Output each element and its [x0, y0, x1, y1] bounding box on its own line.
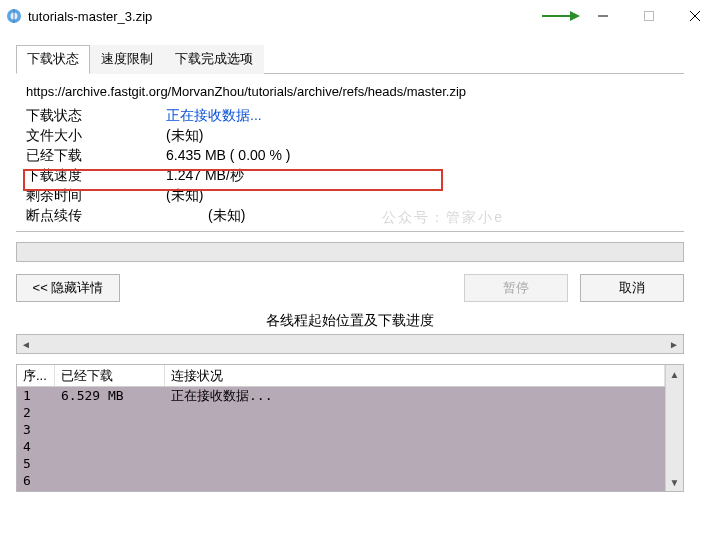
scroll-up-icon[interactable]: ▲ — [666, 365, 683, 383]
cell-index: 1 — [17, 388, 55, 403]
table-row[interactable]: 3 — [17, 421, 665, 438]
progress-bar — [16, 242, 684, 262]
table-row[interactable]: 4 — [17, 438, 665, 455]
window-controls — [580, 0, 718, 32]
download-info-panel: https://archive.fastgit.org/MorvanZhou/t… — [16, 74, 684, 232]
titlebar: tutorials-master_3.zip — [0, 0, 718, 32]
maximize-button[interactable] — [626, 0, 672, 32]
cancel-button[interactable]: 取消 — [580, 274, 684, 302]
pause-button[interactable]: 暂停 — [464, 274, 568, 302]
thread-scroll-right-icon[interactable]: ► — [665, 335, 683, 353]
status-label: 下载状态 — [26, 105, 166, 125]
minimize-button[interactable] — [580, 0, 626, 32]
thread-scroll-left-icon[interactable]: ◄ — [17, 335, 35, 353]
arrow-right-icon — [540, 10, 580, 22]
close-button[interactable] — [672, 0, 718, 32]
speed-label: 下载速度 — [26, 165, 166, 185]
app-icon — [6, 8, 22, 24]
th-status[interactable]: 连接状况 — [165, 365, 665, 386]
tab-bar: 下载状态 速度限制 下载完成选项 — [16, 44, 684, 74]
thread-table: 序... 已经下载 连接状况 16.529 MB正在接收数据...23456 — [17, 365, 665, 491]
cell-index: 5 — [17, 456, 55, 471]
speed-value: 1.247 MB/秒 — [166, 165, 244, 185]
cell-index: 2 — [17, 405, 55, 420]
downloaded-value: 6.435 MB ( 0.00 % ) — [166, 145, 291, 165]
window-title: tutorials-master_3.zip — [28, 9, 152, 24]
watermark-text: 公众号：管家小e — [382, 209, 504, 227]
scroll-thumb[interactable] — [666, 383, 683, 473]
cell-status: 正在接收数据... — [165, 387, 665, 405]
tab-download-status[interactable]: 下载状态 — [16, 45, 90, 74]
svg-rect-5 — [645, 12, 654, 21]
threads-section-label: 各线程起始位置及下载进度 — [16, 312, 684, 330]
tab-speed-limit[interactable]: 速度限制 — [90, 45, 164, 74]
remaining-value: (未知) — [166, 185, 203, 205]
resume-value: (未知) — [166, 205, 245, 225]
filesize-label: 文件大小 — [26, 125, 166, 145]
th-index[interactable]: 序... — [17, 365, 55, 386]
svg-marker-3 — [570, 11, 580, 21]
download-url: https://archive.fastgit.org/MorvanZhou/t… — [26, 84, 674, 99]
scroll-down-icon[interactable]: ▼ — [666, 473, 683, 491]
cell-downloaded: 6.529 MB — [55, 388, 165, 403]
downloaded-label: 已经下载 — [26, 145, 166, 165]
status-value: 正在接收数据... — [166, 105, 262, 125]
cell-index: 6 — [17, 473, 55, 488]
cell-index: 4 — [17, 439, 55, 454]
tab-on-complete[interactable]: 下载完成选项 — [164, 45, 264, 74]
table-row[interactable]: 5 — [17, 455, 665, 472]
thread-progress-bar: ◄ ► — [16, 334, 684, 354]
cell-index: 3 — [17, 422, 55, 437]
thread-table-scrollbar[interactable]: ▲ ▼ — [665, 365, 683, 491]
thread-progress-track — [35, 335, 665, 353]
table-row[interactable]: 6 — [17, 472, 665, 489]
table-row[interactable]: 2 — [17, 404, 665, 421]
hide-details-button[interactable]: << 隐藏详情 — [16, 274, 120, 302]
thread-table-header: 序... 已经下载 连接状况 — [17, 365, 665, 387]
resume-label: 断点续传 — [26, 205, 166, 225]
table-row[interactable]: 16.529 MB正在接收数据... — [17, 387, 665, 404]
remaining-label: 剩余时间 — [26, 185, 166, 205]
filesize-value: (未知) — [166, 125, 203, 145]
th-downloaded[interactable]: 已经下载 — [55, 365, 165, 386]
